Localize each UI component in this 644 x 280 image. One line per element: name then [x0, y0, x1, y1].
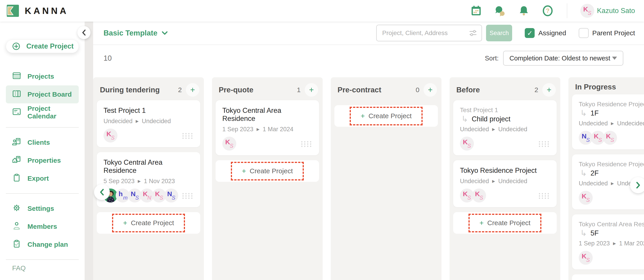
- child-arrow-icon: ↳: [580, 230, 587, 237]
- assignee-avatars: h m N S K N K S N S: [104, 189, 176, 203]
- avatar-initial-bottom: N: [148, 195, 151, 201]
- column-title: Pre-contract: [338, 86, 381, 94]
- header-actions: ? K S Kazuto Sato: [470, 3, 635, 18]
- sidebar-item-project-calendar[interactable]: Project Calendar: [6, 103, 79, 121]
- search-input[interactable]: [376, 25, 482, 41]
- avatar-initial-bottom: S: [111, 135, 114, 141]
- parent-project-filter[interactable]: Parent Project: [579, 28, 635, 38]
- sidebar-item-clients[interactable]: Clients: [6, 133, 79, 151]
- create-project-drop-button[interactable]: + Create Project: [334, 105, 438, 127]
- drag-handle-icon[interactable]: [300, 140, 312, 147]
- avatar: N S: [128, 189, 142, 203]
- avatar-initial-top: N: [167, 190, 172, 198]
- plus-icon: +: [242, 167, 246, 175]
- calendar-icon[interactable]: [470, 5, 482, 17]
- user-menu[interactable]: K S Kazuto Sato: [580, 4, 635, 18]
- sidebar-collapse-button[interactable]: [78, 26, 90, 39]
- template-name: Basic Template: [104, 29, 158, 37]
- plus-circle-icon: [11, 41, 22, 51]
- sidebar-item-properties[interactable]: Properties: [6, 151, 79, 169]
- drag-handle-icon[interactable]: [538, 140, 550, 147]
- search-button[interactable]: Search: [486, 25, 512, 41]
- column-cards: Test Project 1 ↳ Child project Undecided…: [453, 100, 557, 207]
- chat-icon[interactable]: [494, 5, 506, 17]
- sidebar-item-change-plan[interactable]: Change plan: [6, 236, 79, 254]
- assigned-checkbox[interactable]: [525, 28, 535, 38]
- create-project-label: Create Project: [26, 42, 74, 50]
- column-title: During tendering: [100, 86, 160, 94]
- child-project-row: ↳ 5F: [580, 229, 644, 237]
- create-project-drop-button[interactable]: + Create Project: [97, 212, 200, 234]
- sidebar-item-members[interactable]: Members: [6, 218, 79, 236]
- column-title: Pre-quote: [219, 86, 253, 94]
- template-selector[interactable]: Basic Template: [104, 29, 168, 37]
- create-project-drop-button[interactable]: + Create Project: [572, 275, 644, 280]
- project-title: Child project: [472, 115, 510, 123]
- card-footer: K S: [579, 191, 644, 205]
- period-end: 1 Mar 2024: [619, 240, 644, 247]
- column-count: 2: [178, 86, 182, 94]
- drag-handle-icon[interactable]: [538, 192, 550, 199]
- drag-handle-icon[interactable]: [181, 192, 194, 199]
- create-project-button[interactable]: Create Project: [6, 39, 79, 53]
- board-scroll-left-button[interactable]: [94, 184, 110, 200]
- create-project-drop-button[interactable]: + Create Project: [216, 160, 319, 182]
- avatar-initial-top: K: [582, 192, 586, 200]
- board-scroll-right-button[interactable]: [630, 177, 644, 193]
- avatar: K S: [591, 131, 605, 145]
- project-card[interactable]: Tokyo Central Area Residence 1 Sep 2023 …: [216, 100, 319, 155]
- period-end: Undecided: [498, 126, 527, 133]
- filter-sliders-icon[interactable]: [468, 29, 478, 37]
- sidebar-item-label: Clients: [28, 139, 50, 146]
- project-card[interactable]: Tokyo Residence Project Undecided ▶ Unde…: [453, 160, 557, 207]
- create-project-highlight: + Create Project: [350, 107, 422, 125]
- sort-select[interactable]: Completion Date: Oldest to newest: [503, 51, 623, 66]
- sidebar-item-export[interactable]: Export: [6, 169, 79, 187]
- parent-project-checkbox[interactable]: [579, 28, 589, 38]
- avatar-initial-bottom: S: [586, 137, 590, 143]
- create-project-label: Create Project: [250, 167, 293, 175]
- create-project-drop-button[interactable]: + Create Project: [453, 212, 557, 234]
- sidebar-item-projects[interactable]: Projects: [6, 67, 79, 85]
- board-column: Pre-quote 1 + Tokyo Central Area Residen…: [212, 77, 323, 280]
- sidebar-item-settings[interactable]: Settings: [6, 200, 79, 218]
- sidebar-divider: [6, 259, 79, 260]
- project-card[interactable]: Tokyo Central Area Residence 5 Sep 2023 …: [97, 152, 200, 207]
- project-total-count: 10: [104, 54, 112, 62]
- avatar-initial-top: N: [131, 190, 136, 198]
- avatar: K S: [603, 131, 617, 145]
- sidebar-item-label: Project Board: [28, 91, 72, 98]
- plus-icon: +: [361, 112, 365, 120]
- period-start: Undecided: [104, 118, 132, 125]
- project-card[interactable]: Test Project 1 Undecided ▶ Undecided K S: [97, 100, 200, 147]
- child-project-row: ↳ Child project: [461, 115, 550, 123]
- app-header: KANNA: [0, 0, 644, 21]
- notifications-icon[interactable]: [518, 5, 530, 17]
- parent-project-name: Tokyo Central Area Residence: [579, 221, 644, 228]
- app-logo[interactable]: KANNA: [7, 5, 68, 17]
- avatar-initial-bottom: S: [467, 143, 471, 149]
- help-icon[interactable]: ?: [542, 5, 554, 17]
- column-add-button[interactable]: +: [186, 83, 199, 97]
- create-project-highlight: + Create Project: [231, 162, 304, 180]
- drag-handle-icon[interactable]: [181, 132, 194, 139]
- sidebar-item-project-board[interactable]: Project Board: [6, 85, 79, 103]
- avatar-initial-top: K: [582, 252, 586, 260]
- avatar: N S: [579, 131, 593, 145]
- period-arrow-icon: ▶: [492, 179, 495, 184]
- child-arrow-icon: ↳: [580, 170, 587, 177]
- faq-link[interactable]: FAQ: [0, 264, 84, 272]
- plus-icon: +: [123, 219, 127, 227]
- period-arrow-icon: ▶: [136, 119, 138, 124]
- header-divider: [567, 3, 567, 18]
- column-header: During tendering 2 +: [97, 83, 200, 97]
- column-add-button[interactable]: +: [305, 83, 318, 97]
- column-add-button[interactable]: +: [424, 83, 437, 97]
- board-column: Before 2 + Test Project 1 ↳ Child projec…: [450, 77, 560, 280]
- project-card[interactable]: Tokyo Central Area Residence ↳ 5F 1 Sep …: [572, 214, 644, 270]
- assigned-filter[interactable]: Assigned: [525, 28, 566, 38]
- project-card[interactable]: Tokyo Residence Project ↳ 1F Undecided ▶…: [572, 94, 644, 149]
- avatar: N S: [164, 189, 178, 203]
- column-add-button[interactable]: +: [542, 83, 556, 97]
- project-card[interactable]: Test Project 1 ↳ Child project Undecided…: [453, 100, 557, 155]
